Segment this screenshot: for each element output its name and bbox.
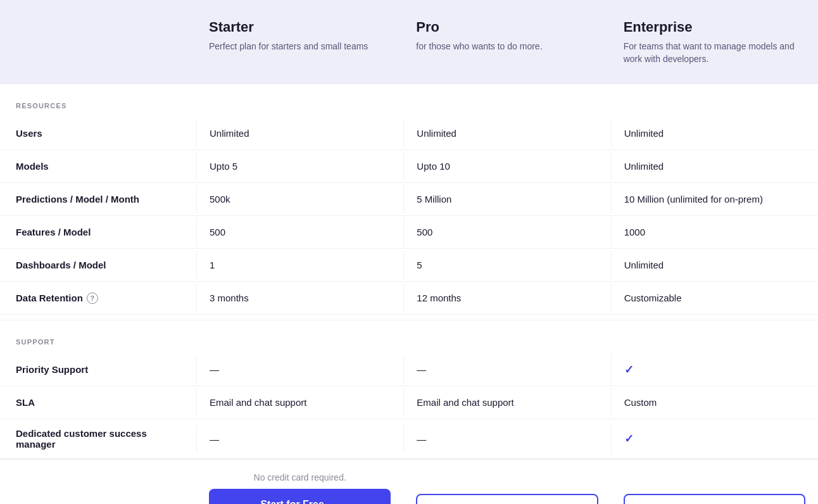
cta-section: No credit card required. Start for Free … bbox=[0, 459, 818, 504]
dashboards-starter: 1 bbox=[196, 251, 403, 279]
sla-pro: Email and chat support bbox=[403, 388, 610, 417]
features-enterprise: 1000 bbox=[611, 218, 818, 246]
checkmark-icon: ✓ bbox=[624, 432, 634, 445]
pro-cta-col: Request a demo → bbox=[403, 472, 610, 504]
page-wrapper: Starter Perfect plan for starters and sm… bbox=[0, 0, 818, 504]
get-custom-pricing-button[interactable]: Get custom pricing → bbox=[624, 494, 805, 504]
checkmark-icon: ✓ bbox=[624, 363, 634, 376]
pricing-table: RESOURCES Users Unlimited Unlimited Unli… bbox=[0, 84, 818, 504]
predictions-starter: 500k bbox=[196, 185, 403, 213]
pro-plan-name: Pro bbox=[416, 19, 598, 35]
data-retention-label: Data Retention ? bbox=[0, 284, 196, 313]
dedicated-csm-starter: — bbox=[196, 425, 403, 453]
sla-starter: Email and chat support bbox=[196, 388, 403, 417]
priority-support-label: Priority Support bbox=[0, 355, 196, 384]
users-pro: Unlimited bbox=[403, 119, 610, 148]
request-demo-button[interactable]: Request a demo → bbox=[416, 494, 598, 504]
enterprise-plan-desc: For teams that want to manage models and… bbox=[624, 41, 805, 65]
support-label: SUPPORT bbox=[13, 338, 209, 346]
starter-plan-name: Starter bbox=[209, 19, 391, 35]
models-pro: Upto 10 bbox=[403, 152, 610, 180]
resources-label: RESOURCES bbox=[13, 102, 209, 110]
dashboards-enterprise: Unlimited bbox=[611, 251, 818, 279]
models-starter: Upto 5 bbox=[196, 152, 403, 180]
sla-enterprise: Custom bbox=[611, 388, 818, 417]
table-row: Users Unlimited Unlimited Unlimited bbox=[0, 117, 818, 150]
dash-icon: — bbox=[210, 364, 219, 375]
dash-icon: — bbox=[417, 364, 426, 375]
starter-header: Starter Perfect plan for starters and sm… bbox=[196, 19, 403, 65]
models-enterprise: Unlimited bbox=[611, 152, 818, 180]
priority-support-enterprise: ✓ bbox=[611, 354, 818, 386]
support-section-header: SUPPORT bbox=[0, 320, 818, 353]
dashboards-label: Dashboards / Model bbox=[0, 251, 196, 279]
dedicated-csm-enterprise: ✓ bbox=[611, 423, 818, 455]
predictions-pro: 5 Million bbox=[403, 185, 610, 213]
start-for-free-button[interactable]: Start for Free → bbox=[209, 489, 391, 504]
plans-header: Starter Perfect plan for starters and sm… bbox=[0, 0, 818, 84]
pro-header: Pro for those who wants to do more. bbox=[403, 19, 610, 65]
info-icon: ? bbox=[87, 293, 98, 304]
users-label: Users bbox=[0, 119, 196, 148]
enterprise-plan-name: Enterprise bbox=[624, 19, 805, 35]
dashboards-pro: 5 bbox=[403, 251, 610, 279]
dedicated-csm-label: Dedicated customer success manager bbox=[0, 419, 196, 458]
dash-icon: — bbox=[210, 434, 219, 444]
table-row: Priority Support — — ✓ bbox=[0, 353, 818, 386]
features-pro: 500 bbox=[403, 218, 610, 246]
sla-label: SLA bbox=[0, 388, 196, 417]
features-starter: 500 bbox=[196, 218, 403, 246]
data-retention-enterprise: Customizable bbox=[611, 284, 818, 312]
table-row: Dedicated customer success manager — — ✓ bbox=[0, 419, 818, 459]
no-credit-text: No credit card required. bbox=[254, 472, 346, 482]
table-row: Models Upto 5 Upto 10 Unlimited bbox=[0, 150, 818, 183]
start-for-free-label: Start for Free bbox=[260, 499, 324, 504]
table-row: Dashboards / Model 1 5 Unlimited bbox=[0, 249, 818, 282]
data-retention-pro: 12 months bbox=[403, 284, 610, 312]
priority-support-pro: — bbox=[403, 355, 610, 384]
table-row: Data Retention ? 3 months 12 months Cust… bbox=[0, 282, 818, 315]
table-row: SLA Email and chat support Email and cha… bbox=[0, 386, 818, 419]
starter-cta-col: No credit card required. Start for Free … bbox=[196, 472, 403, 504]
pro-plan-desc: for those who wants to do more. bbox=[416, 41, 598, 53]
table-row: Predictions / Model / Month 500k 5 Milli… bbox=[0, 183, 818, 216]
predictions-label: Predictions / Model / Month bbox=[0, 185, 196, 213]
features-label: Features / Model bbox=[0, 218, 196, 246]
predictions-enterprise: 10 Million (unlimited for on-prem) bbox=[611, 185, 818, 213]
arrow-right-icon: → bbox=[329, 499, 339, 504]
enterprise-header: Enterprise For teams that want to manage… bbox=[611, 19, 818, 65]
users-starter: Unlimited bbox=[196, 119, 403, 148]
starter-plan-desc: Perfect plan for starters and small team… bbox=[209, 41, 391, 53]
users-enterprise: Unlimited bbox=[611, 119, 818, 148]
dash-icon: — bbox=[417, 434, 426, 444]
models-label: Models bbox=[0, 152, 196, 180]
cta-empty bbox=[0, 472, 196, 504]
dedicated-csm-pro: — bbox=[403, 425, 610, 453]
resources-section-header: RESOURCES bbox=[0, 84, 818, 117]
table-row: Features / Model 500 500 1000 bbox=[0, 216, 818, 249]
data-retention-starter: 3 months bbox=[196, 284, 403, 312]
enterprise-cta-col: Get custom pricing → bbox=[611, 472, 818, 504]
priority-support-starter: — bbox=[196, 355, 403, 384]
